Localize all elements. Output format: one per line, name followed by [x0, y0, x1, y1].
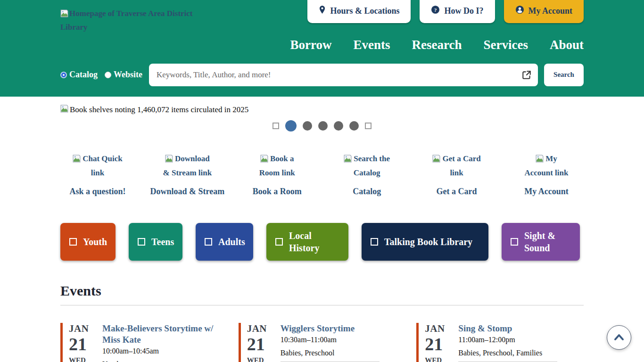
carousel-dot-3[interactable] — [318, 121, 328, 131]
search-input[interactable] — [149, 64, 538, 86]
main-navigation: Borrow Events Research Services About — [60, 38, 584, 52]
site-logo-broken-image[interactable]: Homepage of Traverse Area District Libra… — [60, 8, 204, 34]
event-card: JAN 21 WED Make-Believers Storytime w/ M… — [60, 323, 228, 362]
teens-button[interactable]: Teens — [129, 223, 182, 261]
quick-link-alt-text: Chat Quick link — [83, 154, 123, 177]
website-radio-label: Website — [114, 70, 142, 79]
quick-links: Chat Quick link Ask a question! Download… — [60, 152, 584, 197]
event-title-link[interactable]: Make-Believers Storytime w/ Miss Kate — [102, 323, 228, 346]
quick-link-label: Get a Card — [437, 187, 477, 197]
local-history-button[interactable]: Local History — [266, 223, 348, 261]
event-date: JAN 21 WED — [247, 323, 273, 362]
missing-glyph-icon — [205, 238, 212, 246]
events-divider — [60, 305, 584, 305]
event-tags: Youth — [102, 360, 228, 362]
events-list: JAN 21 WED Make-Believers Storytime w/ M… — [60, 323, 584, 362]
my-account-button[interactable]: My Account — [504, 0, 584, 23]
nav-item-about[interactable]: About — [550, 38, 584, 52]
quick-link-alt-text: Search the Catalog — [354, 154, 390, 177]
site-header: Homepage of Traverse Area District Libra… — [0, 0, 644, 97]
scroll-to-top-button[interactable] — [607, 325, 631, 350]
youth-label: Youth — [83, 236, 107, 248]
event-weekday: WED — [247, 356, 273, 362]
events-heading: Events — [60, 283, 584, 299]
quick-link-download-stream[interactable]: Download & Stream link Download & Stream — [150, 152, 224, 197]
question-circle-icon: ? — [431, 5, 440, 16]
quick-link-label: Book a Room — [253, 187, 302, 197]
chevron-up-icon — [613, 333, 625, 342]
talking-book-library-label: Talking Book Library — [384, 236, 472, 248]
broken-image-icon — [165, 156, 173, 165]
search-button[interactable]: Search — [544, 64, 584, 86]
event-tags: Babies, Preschool, Families — [458, 349, 584, 357]
nav-item-services[interactable]: Services — [484, 38, 528, 52]
external-link-icon[interactable] — [521, 70, 532, 82]
event-month: JAN — [69, 323, 95, 335]
event-weekday: WED — [425, 356, 451, 362]
event-title-link[interactable]: Sing & Stomp — [458, 323, 584, 334]
nav-item-borrow[interactable]: Borrow — [290, 38, 332, 52]
nav-item-research[interactable]: Research — [412, 38, 462, 52]
carousel-dot-4[interactable] — [334, 121, 343, 131]
main-content: Book shelves noting 1,460,072 items circ… — [0, 105, 644, 362]
local-history-label: Local History — [289, 230, 339, 254]
quick-link-label: Ask a question! — [69, 187, 125, 197]
quick-link-get-a-card[interactable]: Get a Card link Get a Card — [420, 152, 494, 197]
how-do-i-button[interactable]: ? How Do I? — [420, 0, 495, 23]
event-day: 21 — [69, 335, 95, 353]
carousel-dot-2[interactable] — [303, 121, 312, 131]
event-card: JAN 21 WED Sing & Stomp 11:00am–12:00pm … — [416, 323, 584, 362]
carousel-prev-button[interactable] — [272, 123, 279, 129]
missing-glyph-icon — [69, 238, 77, 246]
quick-link-alt-text: My Account link — [524, 154, 568, 177]
quick-link-alt-text: Get a Card link — [442, 154, 480, 177]
nav-item-events[interactable]: Events — [354, 38, 390, 52]
hours-locations-button[interactable]: Hours & Locations — [307, 0, 411, 23]
event-card: JAN 21 WED Wigglers Storytime 10:30am–11… — [239, 323, 406, 362]
event-tags: Babies, Preschool — [281, 349, 406, 357]
missing-glyph-icon — [371, 238, 378, 246]
event-time: 10:30am–11:00am — [281, 336, 406, 344]
broken-image-icon — [60, 10, 68, 19]
event-month: JAN — [425, 323, 451, 335]
audience-buttons: Youth Teens Adults Local History Talking… — [60, 223, 584, 261]
my-account-label: My Account — [528, 6, 573, 16]
carousel-dot-1[interactable] — [285, 120, 297, 132]
location-pin-icon — [319, 5, 326, 16]
teens-label: Teens — [151, 236, 174, 248]
broken-image-icon — [344, 156, 352, 165]
sight-sound-label: Sight & Sound — [524, 230, 571, 254]
hero-banner-broken-image: Book shelves noting 1,460,072 items circ… — [60, 105, 584, 115]
talking-book-library-button[interactable]: Talking Book Library — [362, 223, 488, 261]
event-month: JAN — [247, 323, 273, 335]
catalog-radio[interactable]: Catalog — [60, 70, 98, 80]
quick-link-chat[interactable]: Chat Quick link Ask a question! — [60, 152, 135, 197]
broken-image-icon — [73, 156, 81, 165]
how-do-i-label: How Do I? — [444, 6, 483, 16]
youth-button[interactable]: Youth — [60, 223, 116, 261]
event-title-link[interactable]: Wigglers Storytime — [281, 323, 406, 334]
carousel-dot-5[interactable] — [349, 121, 359, 131]
carousel-controls — [60, 120, 584, 132]
quick-link-label: Download & Stream — [150, 187, 225, 197]
broken-image-icon — [260, 156, 268, 165]
quick-link-label: My Account — [524, 187, 569, 197]
event-day: 21 — [247, 335, 273, 353]
event-time: 11:00am–12:00pm — [458, 336, 584, 344]
utility-buttons: Hours & Locations ? How Do I? My Account — [307, 0, 584, 23]
svg-text:?: ? — [434, 7, 437, 13]
broken-image-icon — [432, 156, 440, 165]
hours-locations-label: Hours & Locations — [330, 6, 399, 16]
logo-alt-text: Homepage of Traverse Area District Libra… — [60, 9, 193, 32]
event-time: 10:00am–10:45am — [102, 347, 228, 355]
website-radio[interactable]: Website — [105, 70, 142, 80]
event-date: JAN 21 WED — [425, 323, 451, 362]
missing-glyph-icon — [275, 238, 283, 246]
quick-link-book-a-room[interactable]: Book a Room link Book a Room — [240, 152, 314, 197]
event-weekday: WED — [69, 356, 95, 362]
carousel-next-button[interactable] — [365, 123, 372, 129]
adults-button[interactable]: Adults — [196, 223, 253, 261]
sight-sound-button[interactable]: Sight & Sound — [502, 223, 580, 261]
quick-link-my-account[interactable]: My Account link My Account — [509, 152, 584, 197]
quick-link-catalog[interactable]: Search the Catalog Catalog — [330, 152, 404, 197]
